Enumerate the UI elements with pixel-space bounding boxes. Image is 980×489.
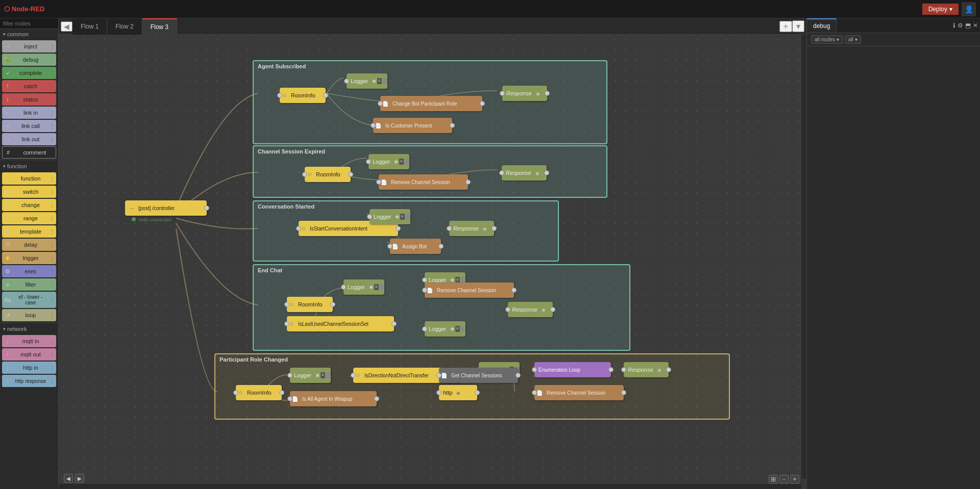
node-inject[interactable]: → inject ⋮: [2, 40, 56, 53]
cs-assign-bot-port-left: [387, 244, 393, 249]
cs-logger-node[interactable]: Logger ✱ ≡: [370, 209, 410, 224]
cs-response-node[interactable]: Response ◆: [449, 221, 494, 236]
node-trigger[interactable]: ⚡ trigger ⋮: [2, 252, 56, 264]
cse-remove-port-right: [465, 179, 471, 185]
as-change-bot-port-left: [378, 101, 383, 106]
node-inject-label: inject: [13, 43, 48, 49]
ec-logger3-node[interactable]: Logger ✱ ≡: [425, 321, 465, 337]
section-network[interactable]: network: [0, 324, 58, 334]
rpanel-tab-debug[interactable]: debug: [807, 18, 837, 33]
node-mqtt-out[interactable]: ↑ mqtt out ⋮: [2, 348, 56, 361]
ec-response-port-right: [550, 307, 555, 312]
as-is-customer-node[interactable]: 📄 Is Customer Present: [373, 118, 452, 133]
prc-get-sessions-node[interactable]: 📄 Get Channel Sessions: [439, 368, 518, 383]
as-response-port-left: [500, 91, 505, 96]
cse-remove-node[interactable]: 📄 Remove Channel Session: [379, 174, 468, 190]
node-status[interactable]: i status ⋮: [2, 93, 56, 106]
ec-logger1-node[interactable]: Logger ✱ ≡: [344, 279, 384, 295]
prc-response-node[interactable]: Response ◆: [624, 362, 669, 377]
tab-add-button[interactable]: +: [779, 21, 792, 32]
right-panel: debug ℹ ⚙ ⬒ ✕ all nodes ▾ all ▾: [806, 18, 980, 489]
tab-menu-button[interactable]: ▾: [792, 20, 804, 32]
node-change[interactable]: ✎ change ⋮: [2, 199, 56, 211]
deploy-button[interactable]: Deploy ▾: [922, 4, 959, 15]
node-http-response[interactable]: ↑ http response ⋮: [2, 375, 56, 387]
prc-http-node[interactable]: http ◆: [439, 385, 477, 400]
node-function-label: function: [13, 175, 48, 182]
node-switch[interactable]: ⇄ switch ⋮: [2, 186, 56, 198]
controller-node[interactable]: → [post] /controller: [125, 200, 207, 216]
node-link-call-dots: ⋮: [48, 120, 56, 132]
prc-logger1-node[interactable]: Logger ✱ ≡: [290, 368, 331, 383]
cse-response-node[interactable]: Response ◆: [502, 165, 547, 181]
node-mqtt-in-label: mqtt in: [13, 338, 48, 344]
canvas-scrollbar-horizontal[interactable]: [59, 484, 801, 489]
zoom-fit-button[interactable]: ⊞: [769, 475, 778, 484]
cs-assign-bot-node[interactable]: 📄 Assign Bot: [390, 239, 441, 254]
tab-flow1[interactable]: Flow 1: [72, 18, 107, 35]
as-response-node[interactable]: Response ◆: [502, 86, 547, 101]
node-link-in[interactable]: ← link in ⋮: [2, 107, 56, 119]
ec-roominfo-node[interactable]: ⊙ RoomInfo: [287, 297, 333, 312]
as-roominfo-node[interactable]: ⊙ RoomInfo: [280, 88, 326, 103]
prc-response-port-right: [666, 367, 671, 372]
node-comment[interactable]: # comment: [2, 146, 56, 159]
rpanel-close-button[interactable]: ✕: [973, 22, 978, 29]
node-link-out[interactable]: → link out ⋮: [2, 133, 56, 145]
prc-isallagent-node[interactable]: 📄 Is All Agent In Wrapup: [290, 391, 377, 406]
logo-icon: ⬡: [4, 5, 10, 13]
prc-isdirection-port-left: [351, 373, 356, 378]
ec-islastused-node[interactable]: ⊙ IsLastUsedChannelSessionSet: [287, 316, 394, 331]
user-icon-button[interactable]: 👤: [962, 2, 976, 16]
node-debug[interactable]: 🐛 debug ⋮: [2, 54, 56, 66]
sidebar-sep-2: [0, 322, 58, 323]
rpanel-debug-label: debug: [813, 22, 830, 30]
rpanel-filter-all-btn[interactable]: all ▾: [845, 35, 861, 44]
node-complete[interactable]: ✓ complete ⋮: [2, 67, 56, 79]
node-filter[interactable]: ≡ filter ⋮: [2, 278, 56, 291]
tab-flow3[interactable]: Flow 3: [142, 18, 177, 35]
node-delay[interactable]: ⏱ delay ⋮: [2, 239, 56, 251]
canvas-area[interactable]: → [post] /controller redis connected Age…: [59, 35, 806, 489]
section-function[interactable]: function: [0, 161, 58, 171]
rpanel-info-button[interactable]: ℹ: [953, 22, 955, 29]
zoom-out-button[interactable]: -: [779, 475, 789, 484]
node-mqtt-in[interactable]: ↓ mqtt in ⋮: [2, 335, 56, 347]
canvas-nav-left[interactable]: ◀: [64, 474, 73, 483]
node-catch[interactable]: ! catch ⋮: [2, 80, 56, 92]
ec-remove-node[interactable]: 📄 Remove Channel Session: [425, 282, 514, 298]
node-status-label: status: [13, 96, 48, 102]
filter-nodes-input[interactable]: [0, 18, 58, 29]
node-function[interactable]: ƒ function ⋮: [2, 172, 56, 185]
canvas-scrollbar-vertical[interactable]: [801, 35, 806, 479]
node-link-call[interactable]: ↔ link call ⋮: [2, 120, 56, 132]
cse-remove-port-left: [376, 179, 381, 185]
rpanel-settings-button[interactable]: ⚙: [958, 22, 963, 29]
prc-remove-node[interactable]: 📄 Remove Channel Session: [534, 385, 624, 400]
node-loop-dots: ⋮: [48, 309, 56, 321]
node-loop[interactable]: ↺ loop ⋮: [2, 309, 56, 321]
tab-scroll-left[interactable]: ◀: [61, 21, 72, 32]
prc-enum-loop-node[interactable]: Enumeration Loop: [534, 362, 611, 377]
zoom-in-button[interactable]: +: [790, 475, 799, 484]
section-common[interactable]: common: [0, 29, 58, 39]
rpanel-filter-nodes-btn[interactable]: all nodes ▾: [811, 35, 843, 44]
link-out-icon: →: [2, 133, 13, 145]
cse-logger-node[interactable]: Logger ✱ ≡: [369, 154, 409, 169]
main-layout: common → inject ⋮ 🐛 debug ⋮ ✓ complete ⋮…: [0, 18, 980, 489]
node-http-in[interactable]: ↓ http in ⋮: [2, 362, 56, 374]
node-ef-lower[interactable]: Aa ef - lower - case ⋮: [2, 292, 56, 308]
node-exec[interactable]: ⚙ exec ⋮: [2, 265, 56, 277]
as-change-bot-node[interactable]: 📄 Change Bot Participant Role: [380, 96, 482, 111]
cse-response-port-right: [544, 170, 549, 175]
as-logger1-node[interactable]: Logger ✱ ≡: [347, 73, 387, 89]
cse-roominfo-node[interactable]: ⊙ RoomInfo: [305, 167, 351, 182]
prc-roominfo-node[interactable]: ⊙ RoomInfo: [236, 385, 282, 400]
node-template[interactable]: {} template ⋮: [2, 225, 56, 238]
prc-get-sessions-label: Get Channel Sessions: [447, 373, 506, 378]
rpanel-maximize-button[interactable]: ⬒: [965, 22, 971, 29]
ec-response-node[interactable]: Response ◆: [508, 302, 553, 317]
node-range[interactable]: ↔ range ⋮: [2, 212, 56, 224]
tab-flow2[interactable]: Flow 2: [107, 18, 142, 35]
canvas-nav-right[interactable]: ▶: [75, 474, 84, 483]
